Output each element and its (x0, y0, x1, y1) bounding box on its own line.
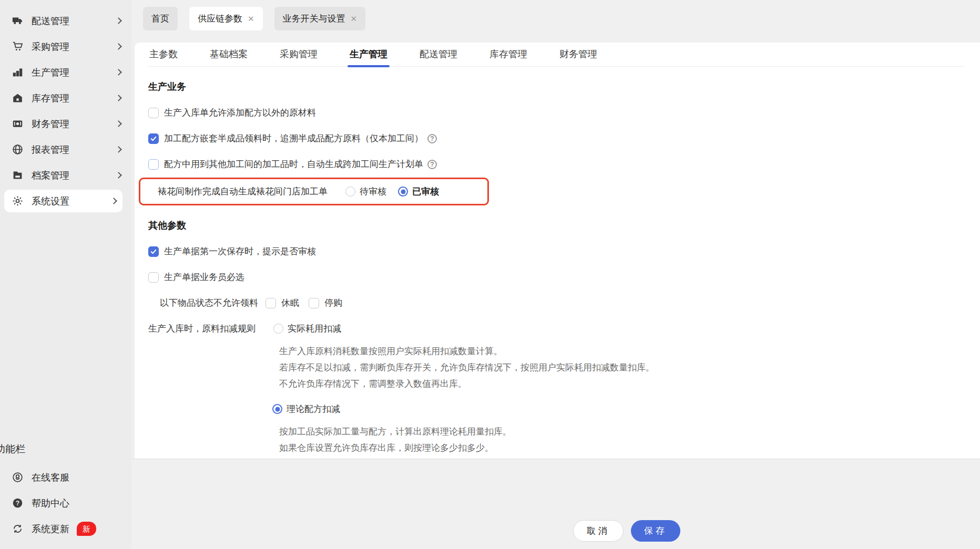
description-line: 按加工品实际加工量与配方，计算出原料理论耗用量扣库。 (279, 423, 964, 440)
setting-label: 生产单据业务员必选 (164, 271, 244, 283)
truck-icon (12, 15, 23, 27)
sidebar-item-system-update[interactable]: 系统更新 新 (0, 516, 131, 542)
radio-label: 理论配方扣减 (287, 403, 340, 415)
sidebar-item-label: 系统设置 (32, 195, 69, 208)
radio-selected[interactable] (398, 187, 408, 196)
sidebar-item-purchasing[interactable]: 采购管理 (0, 34, 131, 59)
sidebar-item-label: 系统更新 (32, 523, 69, 535)
setting-label: 裱花间制作完成自动生成裱花间门店加工单 (158, 185, 328, 198)
rule-description: 生产入库原料消耗数量按照用户实际耗用扣减数量计算。 若库存不足以扣减，需判断负库… (279, 343, 964, 392)
tab-business-switch-settings[interactable]: 业务开关与设置 ✕ (274, 7, 366, 30)
sidebar-item-label: 库存管理 (32, 92, 69, 105)
subtab-inventory[interactable]: 库存管理 (488, 48, 528, 66)
sidebar-item-production[interactable]: 生产管理 (0, 59, 131, 85)
setting-label: 生产入库单允许添加配方以外的原材料 (164, 107, 316, 119)
sidebar-item-label: 报表管理 (32, 143, 69, 156)
checkbox-unchecked[interactable] (309, 298, 319, 308)
cart-icon (12, 41, 23, 53)
tab-supply-chain-params[interactable]: 供应链参数 ✕ (189, 7, 263, 30)
description-line: 若库存不足以扣减，需判断负库存开关，允许负库存情况下，按照用户实际耗用扣减数量扣… (279, 359, 964, 376)
tab-label: 业务开关与设置 (283, 13, 345, 25)
checkbox-unchecked[interactable] (148, 272, 159, 283)
sidebar-item-reports[interactable]: 报表管理 (0, 137, 131, 162)
checkbox-unchecked[interactable] (148, 159, 159, 170)
radio-label: 已审核 (412, 185, 439, 198)
chevron-right-icon (115, 146, 122, 153)
setting-row[interactable]: 生产单据第一次保存时，提示是否审核 (148, 245, 964, 257)
setting-label: 加工配方嵌套半成品领料时，追溯半成品配方原料（仅本加工间） (164, 132, 423, 144)
section-title-other-params: 其他参数 (148, 219, 964, 232)
tab-label: 供应链参数 (198, 13, 242, 25)
checkbox-checked[interactable] (148, 246, 159, 257)
setting-row[interactable]: 加工配方嵌套半成品领料时，追溯半成品配方原料（仅本加工间） ? (148, 132, 964, 144)
radio-option-reviewed[interactable]: 已审核 (398, 185, 439, 198)
sidebar-item-delivery[interactable]: 配送管理 (0, 8, 131, 34)
question-icon: ? (12, 498, 23, 509)
tab-home[interactable]: 首页 (143, 7, 178, 30)
sidebar-item-inventory[interactable]: 库存管理 (0, 85, 131, 111)
checkbox-unchecked[interactable] (266, 298, 276, 308)
footer-bar: 取消 保存 (131, 459, 980, 549)
subtab-main-params[interactable]: 主参数 (148, 48, 179, 66)
sidebar-item-system-settings[interactable]: 系统设置 (4, 190, 122, 212)
subtab-finance[interactable]: 财务管理 (558, 48, 598, 66)
setting-label: 配方中用到其他加工间的加工品时，自动生成跨加工间生产计划单 (164, 158, 423, 170)
sidebar-item-help-center[interactable]: ? 帮助中心 (0, 490, 131, 516)
sidebar-item-label: 档案管理 (32, 169, 69, 182)
sidebar: 配送管理 采购管理 生产管理 库存管理 (0, 0, 131, 549)
sidebar-item-label: 采购管理 (32, 40, 69, 53)
radio-unselected[interactable] (345, 187, 355, 196)
subtab-production[interactable]: 生产管理 (349, 48, 389, 66)
chevron-right-icon (115, 69, 122, 76)
subtabs: 主参数 基础档案 采购管理 生产管理 配送管理 库存管理 财务管理 (148, 43, 964, 67)
chevron-right-icon (115, 172, 122, 179)
refresh-icon (12, 523, 23, 535)
sidebar-item-label: 帮助中心 (32, 497, 69, 510)
subtab-purchasing[interactable]: 采购管理 (279, 48, 319, 66)
help-icon[interactable]: ? (427, 160, 437, 169)
option-label: 休眠 (281, 297, 299, 309)
radio-option-theoretical-formula[interactable]: 理论配方扣减 (272, 403, 964, 415)
headset-icon (12, 472, 23, 483)
setting-label: 生产入库时，原料扣减规则 (148, 323, 256, 335)
chevron-right-icon (115, 95, 122, 101)
radio-option-actual-consumption[interactable]: 实际耗用扣减 (273, 323, 341, 335)
description-line: 不允许负库存情况下，需调整录入数值再出库。 (279, 376, 964, 392)
sidebar-item-online-support[interactable]: 在线客服 (0, 464, 131, 490)
sidebar-item-archives[interactable]: 档案管理 (0, 162, 131, 188)
sidebar-item-label: 在线客服 (32, 471, 69, 484)
subtab-delivery[interactable]: 配送管理 (418, 48, 458, 66)
sidebar-item-label: 配送管理 (32, 15, 69, 27)
help-icon[interactable]: ? (427, 134, 437, 143)
close-icon[interactable]: ✕ (351, 14, 358, 24)
settings-panel: 主参数 基础档案 采购管理 生产管理 配送管理 库存管理 财务管理 生产业务 生… (135, 43, 980, 459)
cancel-button[interactable]: 取消 (573, 520, 624, 542)
main-area: 首页 供应链参数 ✕ 业务开关与设置 ✕ 主参数 基础档案 采购管理 生产管理 … (131, 0, 980, 549)
chevron-right-icon (110, 198, 117, 204)
checkbox-unchecked[interactable] (148, 108, 159, 118)
subtab-basic-archives[interactable]: 基础档案 (209, 48, 249, 66)
checkbox-checked[interactable] (148, 133, 159, 144)
page-tabbar: 首页 供应链参数 ✕ 业务开关与设置 ✕ (131, 0, 980, 43)
radio-option-pending-review[interactable]: 待审核 (345, 185, 386, 198)
setting-row[interactable]: 生产单据业务员必选 (148, 271, 964, 283)
functions-bar-label: 功能栏 (0, 442, 131, 456)
new-badge: 新 (77, 522, 96, 536)
app-window: 配送管理 采购管理 生产管理 库存管理 (0, 0, 980, 549)
chevron-right-icon (115, 17, 122, 24)
section-title-production-business: 生产业务 (148, 80, 964, 93)
setting-label: 生产单据第一次保存时，提示是否审核 (164, 245, 316, 257)
finance-icon (12, 118, 23, 130)
chevron-right-icon (115, 120, 122, 127)
radio-unselected[interactable] (273, 324, 283, 334)
warehouse-icon (12, 92, 23, 104)
chevron-right-icon (115, 43, 122, 50)
setting-row[interactable]: 生产入库单允许添加配方以外的原材料 (148, 107, 964, 119)
close-icon[interactable]: ✕ (248, 14, 254, 24)
save-button[interactable]: 保存 (631, 520, 680, 542)
sidebar-item-label: 财务管理 (32, 118, 69, 130)
radio-selected[interactable] (272, 404, 282, 414)
sidebar-item-finance[interactable]: 财务管理 (0, 111, 131, 137)
setting-row[interactable]: 配方中用到其他加工间的加工品时，自动生成跨加工间生产计划单 ? (148, 158, 964, 170)
rule-description: 按加工品实际加工量与配方，计算出原料理论耗用量扣库。 如果仓库设置允许负库存出库… (279, 423, 964, 459)
